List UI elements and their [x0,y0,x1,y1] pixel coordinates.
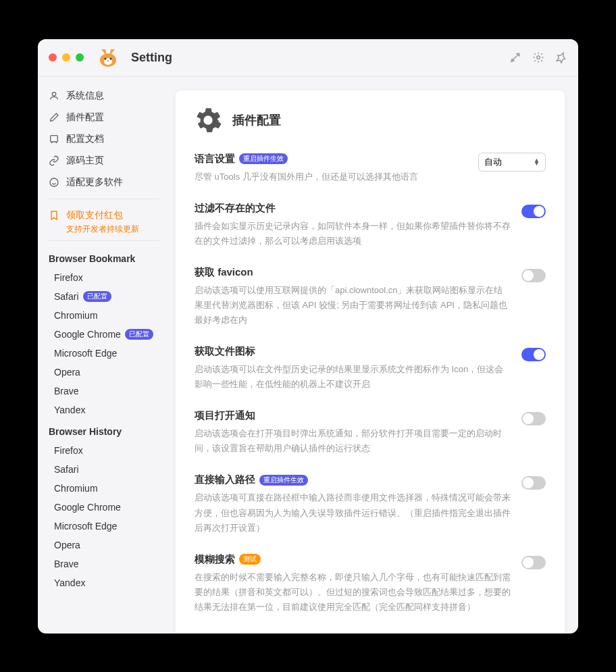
browser-bookmark-item[interactable]: Google Chrome已配置 [38,325,170,344]
close-window-button[interactable] [49,53,57,61]
svg-point-9 [50,178,58,186]
setting-toggle[interactable] [521,412,546,425]
browser-label: Brave [54,559,79,569]
setting-row: 项目打开通知启动该选项会在打开项目时弹出系统通知，部分软件打开项目需要一定的启动… [195,409,546,456]
smile-icon [49,177,59,188]
card-title: 插件配置 [232,112,281,128]
language-select[interactable]: 自动▲▼ [478,153,546,172]
window-body: 系统信息 插件配置 配置文档 源码主页 适配更多软件 领取支付红包 [38,77,578,634]
sidebar-label: 配置文档 [66,133,104,145]
setting-main: 模糊搜索测试在搜索的时候不需要输入完整名称，即使只输入几个字母，也有可能快速匹配… [195,553,511,615]
app-logo-icon [97,47,119,68]
setting-main: 项目打开通知启动该选项会在打开项目时弹出系统通知，部分软件打开项目需要一定的启动… [195,409,511,456]
setting-main: 直接输入路径重启插件生效启动该选项可直接在路径框中输入路径而非使用文件选择器，特… [195,473,511,535]
setting-description: 启动该选项会在打开项目时弹出系统通知，部分软件打开项目需要一定的启动时间，该设置… [195,426,511,456]
sidebar-item-plugin-config[interactable]: 插件配置 [38,107,170,128]
setting-title: 项目打开通知 [195,409,255,422]
sidebar-label: 适配更多软件 [66,176,123,188]
setting-description: 尽管 uTools 几乎没有国外用户，但还是可以选择其他语言 [195,170,467,184]
promo-subtitle: 支持开发者持续更新 [38,224,170,235]
setting-toggle[interactable] [521,348,546,361]
setting-description: 启动该选项可以在文件型历史记录的结果里显示系统文件图标作为 Icon，但这会影响… [195,362,511,392]
browser-history-item[interactable]: Firefox [38,441,170,460]
browser-label: Safari [54,291,79,302]
setting-description: 在搜索的时候不需要输入完整名称，即使只输入几个字母，也有可能快速匹配到需要的结果… [195,570,511,615]
large-gear-icon [195,107,222,134]
setting-description: 启动该选项可以使用互联网提供的「api.clowntool.cn」来获取网站图标… [195,283,511,328]
setting-row: 模糊搜索测试在搜索的时候不需要输入完整名称，即使只输入几个字母，也有可能快速匹配… [195,553,546,615]
browser-bookmark-item[interactable]: Yandex [38,400,170,419]
setting-row: 过滤不存在的文件插件会如实显示历史记录内容，如同软件本身一样，但如果你希望插件替… [195,202,546,249]
chevron-up-down-icon: ▲▼ [534,159,540,165]
browser-label: Firefox [54,445,83,456]
setting-title: 过滤不存在的文件 [195,202,276,215]
svg-point-3 [110,58,112,60]
sidebar-item-source-home[interactable]: 源码主页 [38,150,170,172]
setting-toggle[interactable] [521,476,546,490]
sidebar-label: 插件配置 [66,111,104,124]
card-header: 插件配置 [195,107,546,134]
setting-tag: 重启插件生效 [239,153,288,164]
pencil-icon [49,112,59,123]
browser-history-item[interactable]: Microsoft Edge [38,517,170,536]
browser-bookmark-item[interactable]: Firefox [38,268,170,287]
setting-title: 直接输入路径重启插件生效 [195,473,308,486]
setting-row: 获取 favicon启动该选项可以使用互联网提供的「api.clowntool.… [195,266,546,328]
svg-point-4 [107,60,109,61]
browser-bookmark-item[interactable]: Chromium [38,306,170,325]
svg-rect-8 [51,135,58,141]
setting-toggle[interactable] [521,269,546,282]
sidebar-item-more-software[interactable]: 适配更多软件 [38,172,170,193]
bookmark-icon [49,210,59,221]
setting-title: 获取文件图标 [195,345,255,358]
setting-row: 语言设置重启插件生效尽管 uTools 几乎没有国外用户，但还是可以选择其他语言… [195,153,546,184]
browser-bookmark-item[interactable]: Safari已配置 [38,287,170,306]
header-actions [509,51,567,63]
browser-label: Microsoft Edge [54,348,117,359]
sidebar-label: 源码主页 [66,155,104,167]
gear-icon[interactable] [532,51,544,63]
setting-title: 语言设置重启插件生效 [195,153,288,165]
setting-title: 模糊搜索测试 [195,553,261,566]
sidebar-item-config-docs[interactable]: 配置文档 [38,128,170,150]
window-title: Setting [131,51,504,65]
setting-row: 直接输入路径重启插件生效启动该选项可直接在路径框中输入路径而非使用文件选择器，特… [195,473,546,535]
setting-main: 语言设置重启插件生效尽管 uTools 几乎没有国外用户，但还是可以选择其他语言 [195,153,467,184]
configured-badge: 已配置 [125,329,153,340]
browser-bookmark-item[interactable]: Brave [38,382,170,400]
browser-history-item[interactable]: Safari [38,460,170,479]
document-icon [49,134,59,145]
browser-label: Opera [54,540,80,550]
window-controls [49,53,84,61]
maximize-window-button[interactable] [76,53,84,61]
sidebar-item-system-info[interactable]: 系统信息 [38,85,170,107]
svg-point-5 [517,53,519,55]
promo-title: 领取支付红包 [66,209,123,222]
browser-label: Firefox [54,272,83,283]
svg-point-6 [537,56,540,59]
browser-label: Chromium [54,483,98,494]
browser-history-item[interactable]: Brave [38,554,170,573]
browser-label: Opera [54,367,80,378]
browser-label: Chromium [54,310,98,321]
tools-icon[interactable] [509,51,521,63]
pin-icon[interactable] [555,51,567,63]
setting-main: 获取文件图标启动该选项可以在文件型历史记录的结果里显示系统文件图标作为 Icon… [195,345,511,392]
select-value: 自动 [484,156,502,168]
browser-history-item[interactable]: Google Chrome [38,498,170,517]
browser-history-item[interactable]: Opera [38,536,170,554]
setting-toggle[interactable] [521,556,546,569]
setting-tag: 重启插件生效 [259,475,308,486]
browser-history-item[interactable]: Yandex [38,573,170,592]
browser-label: Google Chrome [54,502,121,513]
browser-bookmark-item[interactable]: Opera [38,363,170,382]
configured-badge: 已配置 [83,291,111,302]
browser-label: Yandex [54,577,85,588]
sidebar-label: 系统信息 [66,90,104,102]
minimize-window-button[interactable] [62,53,70,61]
browser-bookmark-item[interactable]: Microsoft Edge [38,344,170,363]
setting-toggle[interactable] [521,205,546,218]
setting-main: 获取 favicon启动该选项可以使用互联网提供的「api.clowntool.… [195,266,511,328]
browser-label: Microsoft Edge [54,521,117,532]
browser-history-item[interactable]: Chromium [38,479,170,498]
